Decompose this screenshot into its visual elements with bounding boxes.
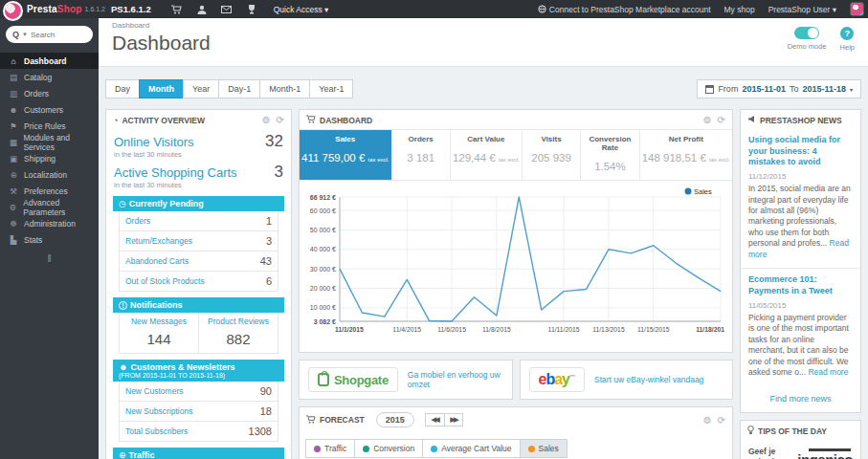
kpi-conversion-rate[interactable]: Conversion Rate1.54% [581, 130, 639, 180]
prestashop-logo [3, 1, 23, 21]
version-label: PS1.6.1.2 [111, 4, 151, 14]
marketplace-link[interactable]: Connect to PrestaShop Marketplace accoun… [538, 5, 711, 14]
gear-icon[interactable]: ⚙ [703, 415, 712, 426]
online-visitors-link[interactable]: Online Visitors [114, 135, 194, 149]
user-menu[interactable]: PrestaShop User ▾ [768, 5, 836, 14]
next-year-button[interactable]: ▶▶ [444, 414, 463, 426]
new-messages-link[interactable]: New Messages [122, 317, 196, 326]
quick-access-menu[interactable]: Quick Access ▾ [274, 5, 329, 14]
user-avatar[interactable] [850, 2, 864, 16]
sidebar-item-preferences[interactable]: ⚒Preferences [0, 183, 99, 199]
sales-dot-icon [528, 446, 535, 452]
kpi-orders[interactable]: Orders3 181 [392, 130, 451, 180]
previous-year-button[interactable]: ◀◀ [426, 414, 444, 426]
search-icon: Q [12, 30, 19, 39]
total-subscribers-link[interactable]: Total Subscribers [125, 426, 188, 436]
search-scope-caret-icon[interactable]: ▼ [22, 32, 28, 37]
preset-year-1-button[interactable]: Year-1 [309, 79, 353, 98]
shopgate-link[interactable]: Ga mobiel en verhoog uw omzet [408, 370, 503, 389]
catalog-icon: ▤ [9, 73, 18, 82]
help-icon[interactable]: ? [840, 27, 854, 40]
new-subscriptions-link[interactable]: New Subscriptions [125, 406, 192, 416]
product-reviews-link[interactable]: Product Reviews [201, 317, 276, 326]
sidebar-item-localization[interactable]: ⊕Localization [0, 166, 99, 183]
tab-average-cart-value[interactable]: Average Cart Value [422, 439, 520, 458]
sidebar-item-advanced-parameters[interactable]: ⚙Advanced Parameters [0, 199, 99, 215]
activity-title: ACTIVITY OVERVIEW [122, 116, 205, 125]
kpi-sales[interactable]: Sales411 759,00 € tax excl. [300, 130, 392, 180]
ebay-logo[interactable]: ebay™ [529, 367, 586, 392]
sidebar-item-modules[interactable]: ▦Modules and Services [0, 134, 99, 150]
sidebar-item-orders[interactable]: ▥Orders [0, 85, 99, 101]
news-article: Using social media for your business: 4 … [741, 129, 860, 269]
kpi-cart-value[interactable]: Cart Value129,44 € tax excl. [451, 130, 523, 180]
sidebar-item-shipping[interactable]: ▣Shipping [0, 150, 99, 166]
chevron-down-icon: ▾ [850, 86, 853, 93]
ebay-link[interactable]: Start uw eBay-winkel vandaag [594, 375, 703, 384]
gear-icon[interactable]: ⚙ [703, 115, 712, 125]
sidebar-item-administration[interactable]: ☸Administration [0, 215, 99, 231]
sidebar-item-customers[interactable]: ☻Customers [0, 101, 99, 118]
traffic-dot-icon [314, 446, 321, 452]
find-more-news-link[interactable]: Find more news [741, 386, 860, 412]
active-carts-link[interactable]: Active Shopping Carts [114, 165, 237, 180]
help-label: Help [840, 43, 855, 52]
orders-link[interactable]: Orders [125, 216, 150, 226]
sidebar-collapse-icon[interactable]: ‖ [0, 253, 99, 264]
preset-day-button[interactable]: Day [105, 79, 140, 98]
calendar-icon [705, 85, 714, 94]
forecast-year[interactable]: 2015 [376, 412, 414, 427]
article-title-link[interactable]: Using social media for your business: 4 … [748, 135, 853, 168]
ingenico-logo: ingenico Payment services [797, 447, 853, 459]
read-more-link[interactable]: Read more [808, 367, 848, 377]
lightbulb-icon [747, 426, 754, 437]
prestashop-news-panel: PRESTASHOP NEWS Using social media for y… [740, 109, 861, 413]
sidebar-item-catalog[interactable]: ▤Catalog [0, 69, 99, 85]
tab-sales[interactable]: Sales [520, 439, 568, 458]
search-input[interactable] [31, 31, 83, 39]
out-of-stock-link[interactable]: Out of Stock Products [125, 276, 205, 286]
tab-conversion[interactable]: Conversion [354, 439, 423, 458]
news-title: PRESTASHOP NEWS [760, 116, 842, 125]
trophy-icon[interactable] [239, 5, 264, 14]
gear-icon[interactable]: ⚙ [262, 115, 271, 125]
conversion-dot-icon [363, 446, 369, 452]
preset-day-1-button[interactable]: Day-1 [218, 79, 260, 98]
refresh-icon[interactable]: ⟳ [718, 415, 725, 426]
shopgate-logo[interactable]: Shopgate [308, 367, 398, 392]
svg-text:40 000 €: 40 000 € [310, 246, 336, 252]
new-customers-link[interactable]: New Customers [125, 386, 183, 396]
version-small: 1.6.1.2 [85, 6, 105, 12]
pending-row: Orders1 [119, 211, 278, 231]
mail-icon[interactable] [214, 6, 239, 13]
preset-month-1-button[interactable]: Month-1 [259, 79, 310, 98]
date-range-picker[interactable]: From 2015-11-01 To 2015-11-18 ▾ [697, 79, 861, 98]
shopping-bag-icon [318, 373, 329, 386]
preset-month-button[interactable]: Month [139, 79, 184, 98]
administration-icon: ☸ [9, 219, 18, 229]
activity-icon: ◔ [113, 116, 118, 125]
sidebar-item-dashboard[interactable]: ⌂Dashboard [0, 53, 99, 69]
svg-text:30 000 €: 30 000 € [310, 266, 336, 273]
sidebar-item-stats[interactable]: ▙Stats [0, 231, 99, 248]
preset-year-button[interactable]: Year [183, 79, 219, 98]
refresh-icon[interactable]: ⟳ [718, 115, 725, 125]
user-icon[interactable] [189, 5, 214, 14]
tab-traffic[interactable]: Traffic [305, 439, 355, 458]
kpi-visits[interactable]: Visits205 939 [523, 130, 581, 180]
cart-icon[interactable] [165, 5, 189, 14]
my-shop-link[interactable]: My shop [724, 5, 755, 14]
kpi-net-profit[interactable]: Net Profit148 918,51 € tax excl. [640, 130, 732, 180]
clock-icon: ◷ [119, 199, 126, 208]
sidebar-search[interactable]: Q ▼ [6, 26, 93, 43]
breadcrumb[interactable]: Dashboard [112, 21, 868, 30]
orders-icon: ▥ [9, 89, 18, 98]
demo-mode-toggle[interactable] [794, 27, 819, 39]
refresh-icon[interactable]: ⟳ [277, 115, 284, 125]
abandoned-carts-link[interactable]: Abandoned Carts [125, 256, 189, 266]
svg-text:11/8/2015: 11/8/2015 [482, 326, 511, 333]
pending-row: Out of Stock Products6 [119, 272, 278, 292]
article-title-link[interactable]: Ecommerce 101: Payments in a Tweet [748, 274, 853, 296]
returns-link[interactable]: Return/Exchanges [125, 236, 192, 246]
sidebar-item-price-rules[interactable]: ⚑Price Rules [0, 118, 99, 134]
